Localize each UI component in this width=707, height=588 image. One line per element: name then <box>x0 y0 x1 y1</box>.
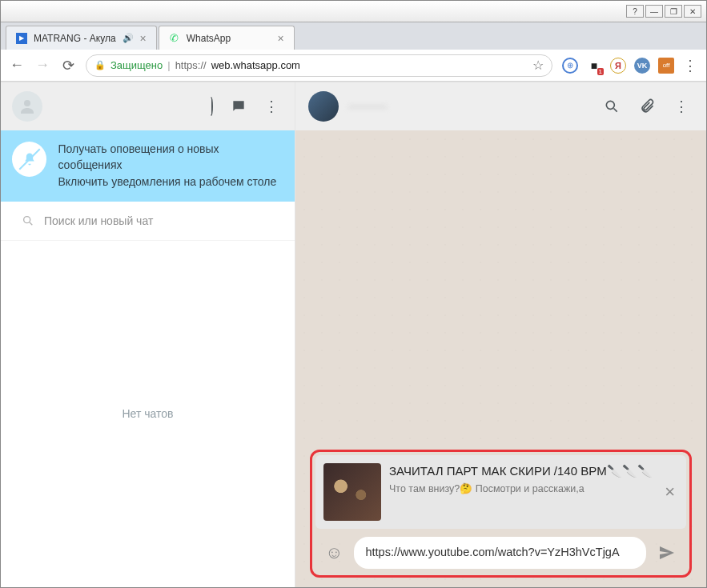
window-help-button[interactable]: ? <box>626 5 644 18</box>
composer-row: ☺ https://www.youtube.com/watch?v=YzH3hV… <box>315 529 686 572</box>
search-in-chat-icon[interactable] <box>599 98 625 114</box>
vk-icon[interactable]: VK <box>634 58 650 74</box>
yandex-icon[interactable]: Я <box>610 58 626 74</box>
window-close-button[interactable]: ✕ <box>684 5 701 18</box>
browser-toolbar: ← → ⟳ 🔒 Защищено | https://web.whatsapp.… <box>1 50 706 82</box>
contact-avatar[interactable] <box>308 91 339 122</box>
app-window: ? — ❐ ✕ ▶ MATRANG - Акула 🔊 × ✆ WhatsApp… <box>0 0 707 588</box>
search-container: Поиск или новый чат <box>1 202 295 240</box>
link-preview-card: ЗАЧИТАЛ ПАРТ МАК СКИРИ /140 BPM🔪🔪🔪 Что т… <box>315 455 686 529</box>
separator: | <box>167 59 170 71</box>
tab-title: WhatsApp <box>187 33 231 44</box>
preview-description: Что там внизу?🤔 Посмотри и расскажи,а <box>389 482 653 494</box>
composer-highlight: ЗАЧИТАЛ ПАРТ МАК СКИРИ /140 BPM🔪🔪🔪 Что т… <box>310 450 692 578</box>
emoji-icon[interactable]: ☺ <box>320 542 347 563</box>
extension-off-icon[interactable]: off <box>658 58 674 74</box>
window-maximize-button[interactable]: ❐ <box>665 5 682 18</box>
svg-point-3 <box>606 101 614 109</box>
new-chat-icon[interactable] <box>226 98 251 114</box>
globe-icon[interactable]: ⊕ <box>562 58 578 74</box>
empty-state-label: Нет чатов <box>123 407 174 420</box>
notification-text: Получать оповещения о новых сообщениях В… <box>58 142 283 190</box>
chat-panel: ——— ⋮ ЗАЧИТАЛ ПАРТ МАК СКИРИ /140 BPM🔪🔪🔪… <box>295 82 706 587</box>
menu-icon[interactable]: ⋮ <box>259 98 283 115</box>
notification-banner[interactable]: Получать оповещения о новых сообщениях В… <box>1 130 295 202</box>
preview-title: ЗАЧИТАЛ ПАРТ МАК СКИРИ /140 BPM🔪🔪🔪 <box>389 463 653 479</box>
whatsapp-icon: ✆ <box>169 33 180 44</box>
chat-header: ——— ⋮ <box>295 82 706 130</box>
preview-thumbnail <box>323 463 381 521</box>
address-bar[interactable]: 🔒 Защищено | https://web.whatsapp.com ☆ <box>86 54 552 77</box>
search-placeholder: Поиск или новый чат <box>44 214 153 227</box>
message-input[interactable]: https://www.youtube.com/watch?v=YzH3hVcT… <box>354 537 646 569</box>
attach-icon[interactable] <box>634 98 660 114</box>
play-icon: ▶ <box>16 33 27 44</box>
extensions-row: ⊕ ■1 Я VK off ⋮ <box>562 57 698 74</box>
speaker-icon[interactable]: 🔊 <box>123 33 134 43</box>
browser-tabstrip: ▶ MATRANG - Акула 🔊 × ✆ WhatsApp × <box>1 22 706 50</box>
svg-point-1 <box>24 216 30 222</box>
self-avatar[interactable] <box>12 91 42 122</box>
notification-title: Получать оповещения о новых сообщениях <box>58 142 283 173</box>
send-button[interactable] <box>653 543 681 562</box>
close-icon[interactable]: × <box>140 32 147 45</box>
window-minimize-button[interactable]: — <box>645 5 663 18</box>
lock-icon: 🔒 <box>94 60 106 70</box>
preview-close-button[interactable]: × <box>661 482 678 502</box>
adblock-icon[interactable]: ■1 <box>586 58 602 74</box>
whatsapp-app: ⋮ Получать оповещения о новых сообщениях… <box>1 82 706 587</box>
window-titlebar: ? — ❐ ✕ <box>1 1 706 22</box>
secure-label: Защищено <box>110 59 163 71</box>
notification-subtitle: Включить уведомления на рабочем столе <box>58 174 283 190</box>
search-input[interactable]: Поиск или новый чат <box>12 208 283 234</box>
bell-off-icon <box>12 142 46 177</box>
tab-title: MATRANG - Акула <box>34 33 116 44</box>
nav-forward-button[interactable]: → <box>34 57 50 74</box>
browser-tab[interactable]: ▶ MATRANG - Акула 🔊 × <box>6 26 157 50</box>
url-scheme: https:// <box>175 59 207 71</box>
search-icon <box>22 214 34 227</box>
status-icon[interactable] <box>205 98 218 115</box>
bookmark-star-icon[interactable]: ☆ <box>532 58 544 73</box>
close-icon[interactable]: × <box>278 32 284 45</box>
browser-tab[interactable]: ✆ WhatsApp × <box>159 26 295 50</box>
svg-point-0 <box>24 100 30 106</box>
sidebar-header: ⋮ <box>1 82 295 130</box>
chat-list-empty: Нет чатов <box>1 240 295 587</box>
nav-reload-button[interactable]: ⟳ <box>60 57 76 74</box>
chat-menu-icon[interactable]: ⋮ <box>669 98 693 115</box>
contact-name[interactable]: ——— <box>348 99 387 114</box>
browser-menu-icon[interactable]: ⋮ <box>682 57 698 74</box>
sidebar: ⋮ Получать оповещения о новых сообщениях… <box>1 82 295 587</box>
svg-line-2 <box>30 222 32 225</box>
url-host: web.whatsapp.com <box>211 59 300 71</box>
preview-meta: ЗАЧИТАЛ ПАРТ МАК СКИРИ /140 BPM🔪🔪🔪 Что т… <box>389 463 653 494</box>
svg-line-4 <box>614 109 617 112</box>
nav-back-button[interactable]: ← <box>9 57 25 74</box>
